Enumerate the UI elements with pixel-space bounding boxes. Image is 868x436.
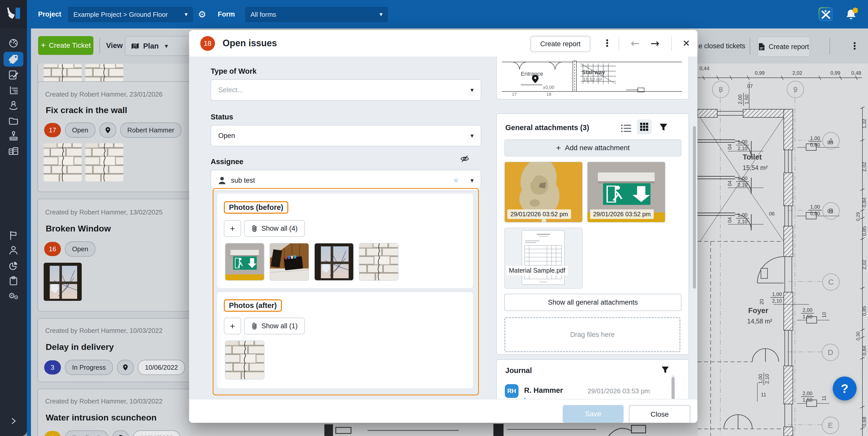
photo-before-brick-wall[interactable] (359, 243, 399, 281)
journal-filter-funnel-icon[interactable] (661, 366, 669, 374)
sidebar-item-approvals[interactable] (4, 128, 23, 143)
sidebar-item-contacts[interactable] (4, 243, 23, 258)
ticket-number-badge: 3 (44, 360, 61, 375)
plan-strip-drawing (190, 423, 698, 436)
dropzone-label: Drag files here (570, 331, 615, 339)
sidebar-item-plans[interactable] (4, 67, 23, 82)
plan-toolbar: e closed tickets Create report ⋮ (698, 28, 868, 63)
sidebar-item-dashboard[interactable] (4, 35, 23, 50)
show-all-before-label: Show all (4) (261, 225, 298, 232)
photo-before-broken-window[interactable] (314, 243, 354, 281)
kebab-menu-icon[interactable]: ⋮ (602, 30, 612, 56)
show-all-after-button[interactable]: Show all (1) (244, 318, 305, 335)
add-photo-after-button[interactable]: + (224, 318, 241, 335)
create-ticket-button[interactable]: + Create Ticket (38, 36, 93, 55)
filter-funnel-icon[interactable] (659, 123, 668, 132)
location-chip[interactable] (117, 360, 134, 375)
sidebar-item-settings[interactable]: ⚙⚙ (4, 288, 23, 303)
create-report-button-bg[interactable]: Create report (757, 37, 810, 57)
ticket-plan-thumbnail-card[interactable]: Entrance ±0,00 Stairway 15,52 m² 17 18 (496, 56, 689, 99)
location-chip[interactable] (112, 430, 129, 436)
photos-before-label: Photos (before) (224, 201, 288, 214)
photo-before-toolbox[interactable] (270, 243, 309, 281)
sidebar-item-tickets[interactable] (4, 52, 23, 66)
sidebar-item-tasks[interactable] (4, 273, 23, 288)
sidebar-item-resources[interactable] (4, 97, 23, 112)
modal-scrollbar-thumb[interactable] (693, 126, 696, 289)
app-switcher-icon[interactable] (818, 7, 833, 22)
sidebar-item-reports[interactable] (4, 258, 23, 273)
ticket-creator: Created by Robert Hammer, 10/03/2022 (45, 327, 162, 335)
eye-off-icon[interactable] (460, 155, 469, 163)
save-button-disabled[interactable]: Save (563, 405, 624, 423)
sidebar-item-documents[interactable] (4, 113, 23, 128)
dim-label: 1,32 (861, 119, 867, 128)
dashboard-gauge-icon (7, 37, 20, 49)
attachment-photo-exit-sign[interactable]: 29/01/2026 03:52 pm (587, 162, 665, 223)
show-all-before-button[interactable]: Show all (4) (244, 220, 305, 237)
previous-ticket-arrow-icon[interactable]: ← (631, 30, 640, 56)
ticket-card[interactable]: Created by Robert Hammer, 13/02/2025 Bro… (37, 199, 191, 312)
topbar: Project Example Project > Ground Floor ▼… (0, 0, 868, 28)
journal-author: R. Hammer (524, 386, 563, 395)
create-report-label: Create report (769, 43, 809, 51)
project-settings-gear-icon[interactable]: ⚙ (198, 0, 206, 28)
status-select[interactable]: Open ▼ (211, 125, 481, 146)
ticket-card[interactable]: Created by Robert Hammer, 23/01/2026 Fix… (37, 81, 191, 192)
add-new-attachment-button[interactable]: + Add new attachment (504, 139, 681, 156)
create-report-button[interactable]: Create report (530, 36, 590, 52)
type-of-work-select[interactable]: Select... ▼ (211, 79, 481, 100)
clear-assignee-icon[interactable]: ✕ (453, 177, 459, 184)
photos-after-label: Photos (after) (224, 299, 282, 312)
closed-tickets-label: e closed tickets (699, 28, 745, 63)
plus-icon: + (230, 224, 235, 233)
status-badge: Feedback (65, 430, 108, 436)
toolbar-divider (99, 38, 100, 53)
create-ticket-label: Create Ticket (49, 41, 91, 50)
list-view-icon[interactable] (621, 124, 631, 133)
show-all-attachments-button[interactable]: Show all general attachments (504, 294, 681, 311)
ticket-photo-window[interactable] (44, 263, 82, 301)
kebab-menu-icon[interactable]: ⋮ (850, 28, 859, 63)
ticket-list[interactable]: Created by Robert Hammer, 23/01/2026 Fix… (31, 63, 198, 436)
sidebar-item-flags[interactable] (4, 228, 23, 243)
pdf-file-name: Material Sample.pdf (506, 266, 568, 275)
attachment-photo-torn-plaster[interactable]: 29/01/2026 03:52 pm (504, 162, 583, 223)
document-edit-icon (7, 69, 20, 81)
attachment-pdf-tile[interactable]: Material Sample.pdf (504, 228, 583, 289)
ticket-title: Broken Window (46, 224, 111, 233)
grid-bubble-E: E (822, 417, 839, 434)
header-divider (619, 37, 619, 51)
project-select[interactable]: Example Project > Ground Floor ▼ (68, 7, 193, 22)
drag-files-dropzone[interactable]: Drag files here (504, 317, 680, 352)
sidebar-collapse-toggle[interactable] (4, 414, 23, 428)
form-select[interactable]: All forms ▼ (245, 7, 388, 22)
sidebar-item-projects[interactable] (4, 144, 23, 158)
add-photo-before-button[interactable]: + (224, 220, 241, 237)
help-button[interactable]: ? (833, 377, 857, 401)
photo-after-brick-wall[interactable] (225, 341, 265, 380)
grid-bubble-C: C (822, 273, 840, 291)
sidebar-accent-stripe (27, 0, 31, 436)
type-of-work-placeholder: Select... (218, 86, 243, 94)
dim-label: 0,99 (755, 70, 765, 76)
modal-footer: Save Close (189, 399, 698, 423)
grid-view-toggle-active[interactable] (637, 119, 652, 134)
photo-before-exit-sign[interactable] (225, 243, 265, 281)
clipboard-icon (7, 275, 20, 287)
ticket-photo-brick[interactable] (44, 143, 82, 181)
location-chip[interactable] (99, 122, 116, 138)
mini-plan-stairway-area: 15,52 m² (583, 77, 602, 82)
form-label: Form (218, 0, 235, 28)
notification-dot (852, 8, 858, 13)
ticket-card[interactable]: Created by Robert Hammer, 10/03/2022 Wat… (37, 389, 191, 436)
ticket-photo-brick[interactable] (85, 143, 123, 181)
next-ticket-arrow-icon[interactable]: → (650, 30, 659, 56)
notifications-bell-icon[interactable] (844, 8, 858, 21)
person-icon (7, 244, 20, 256)
room-area-toilet: 15,54 m² (743, 164, 768, 172)
close-icon[interactable]: ✕ (682, 30, 690, 56)
sidebar-item-statistics[interactable] (4, 83, 23, 97)
close-button[interactable]: Close (629, 405, 690, 423)
ticket-card[interactable]: Created by Robert Hammer, 10/03/2022 Del… (37, 318, 191, 382)
